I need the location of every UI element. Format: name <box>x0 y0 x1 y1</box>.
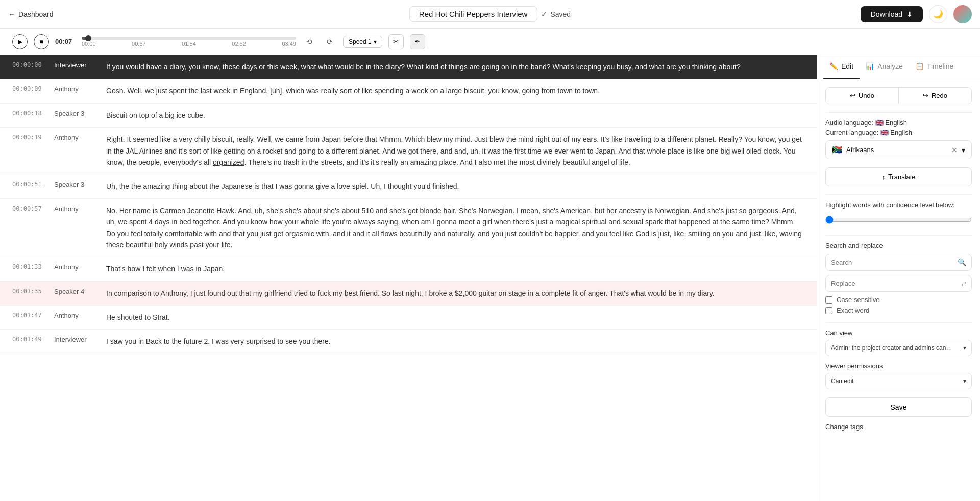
topbar-center: Red Hot Chili Peppers Interview ✓ Saved <box>409 6 571 22</box>
download-button[interactable]: Download ⬇ <box>861 6 923 22</box>
progress-bar[interactable] <box>82 37 296 40</box>
skip-forward-button[interactable]: ⟳ <box>323 35 337 49</box>
search-replace-title: Search and replace <box>825 242 972 249</box>
speaker-name: Interviewer <box>54 61 100 69</box>
audio-language-value: English <box>885 119 907 127</box>
case-sensitive-checkbox[interactable] <box>825 296 832 304</box>
can-view-select[interactable]: Admin: the project creator and admins ca… <box>825 340 972 356</box>
translate-button[interactable]: ↕ Translate <box>825 167 972 186</box>
redo-icon: ↪ <box>923 92 928 99</box>
language-selector[interactable]: 🇿🇦 Afrikaans ✕ ▾ <box>825 140 972 159</box>
skip-back-button[interactable]: ⟲ <box>302 35 316 49</box>
case-sensitive-row: Case sensitive <box>825 296 972 304</box>
undo-button[interactable]: ↩ Undo <box>826 88 899 104</box>
undo-label: Undo <box>859 92 874 99</box>
table-row[interactable]: 00:01:49 Interviewer I saw you in Back t… <box>0 330 817 354</box>
highlight-tool-button[interactable]: ✒ <box>410 34 425 49</box>
topbar-right: Download ⬇ 🌙 <box>861 5 972 23</box>
current-time: 00:07 <box>55 38 76 45</box>
search-icon-button[interactable]: 🔍 <box>958 258 966 266</box>
time-4: 03:49 <box>282 41 296 47</box>
timestamp: 00:01:47 <box>12 312 48 319</box>
undo-icon: ↩ <box>850 92 855 99</box>
timestamp: 00:00:09 <box>12 85 48 92</box>
table-row[interactable]: 00:00:57 Anthony No. Her name is Carmen … <box>0 199 817 258</box>
saved-label: Saved <box>550 10 571 18</box>
undo-redo-bar: ↩ Undo ↪ Redo <box>825 87 972 104</box>
edit-icon: ✏️ <box>829 62 838 70</box>
play-button[interactable]: ▶ <box>12 34 28 49</box>
time-1: 00:57 <box>132 41 146 47</box>
transcript-text: Uh, the the amazing thing about the Japa… <box>106 181 804 192</box>
audio-language-flag: 🇬🇧 <box>875 119 886 127</box>
transcript-area: 00:00:00 Interviewer If you would have a… <box>0 55 817 501</box>
save-button[interactable]: Save <box>825 397 972 417</box>
table-row[interactable]: 00:00:09 Anthony Gosh. Well, we just spe… <box>0 79 817 103</box>
timestamp: 00:01:33 <box>12 263 48 270</box>
exact-word-checkbox[interactable] <box>825 307 832 314</box>
timestamp: 00:01:49 <box>12 336 48 343</box>
speed-button[interactable]: Speed 1 ▾ <box>343 36 382 48</box>
lang-clear-icon[interactable]: ✕ <box>951 146 958 154</box>
dashboard-link[interactable]: Dashboard <box>18 10 54 18</box>
transcript-text: I saw you in Back to the future 2. I was… <box>106 336 804 347</box>
can-view-chevron-icon: ▾ <box>963 344 966 352</box>
tab-edit[interactable]: ✏️ Edit <box>823 55 860 79</box>
transcript-text: That's how I felt when I was in Japan. <box>106 263 804 274</box>
tab-timeline[interactable]: 📋 Timeline <box>909 55 960 79</box>
transcript-text: He shouted to Strat. <box>106 312 804 323</box>
transcript-text: Right. It seemed like a very chilly bisc… <box>106 134 804 168</box>
table-row[interactable]: 00:00:18 Speaker 3 Biscuit on top of a b… <box>0 104 817 128</box>
back-arrow-icon: ← <box>8 10 15 18</box>
viewer-permissions-section: Viewer permissions Can edit ▾ <box>825 362 972 389</box>
audio-language-label: Audio language: <box>825 119 873 127</box>
audio-language-info: Audio language: 🇬🇧 English <box>825 119 972 127</box>
lang-chevron-icon: ▾ <box>962 146 965 154</box>
viewer-permissions-select[interactable]: Can edit ▾ <box>825 373 972 389</box>
progress-container[interactable]: 00:00 00:57 01:54 02:52 03:49 <box>82 37 296 47</box>
right-sidebar: ✏️ Edit 📊 Analyze 📋 Timeline ↩ Undo <box>817 55 980 501</box>
exact-word-row: Exact word <box>825 307 972 314</box>
timeline-icon: 📋 <box>915 62 924 70</box>
back-button[interactable]: ← Dashboard <box>8 10 54 18</box>
document-title[interactable]: Red Hot Chili Peppers Interview <box>409 6 537 22</box>
viewer-permissions-value: Can edit <box>831 378 854 385</box>
time-labels: 00:00 00:57 01:54 02:52 03:49 <box>82 41 296 47</box>
redo-button[interactable]: ↪ Redo <box>899 88 971 104</box>
selected-flag: 🇿🇦 <box>832 145 842 155</box>
avatar[interactable] <box>953 5 972 23</box>
stop-button[interactable]: ■ <box>34 34 49 49</box>
lang-right: ✕ ▾ <box>951 146 965 154</box>
dark-mode-toggle[interactable]: 🌙 <box>929 5 947 23</box>
cut-tool-button[interactable]: ✂ <box>388 34 404 49</box>
tab-analyze[interactable]: 📊 Analyze <box>860 55 909 79</box>
transcript-text: Gosh. Well, we just spent the last week … <box>106 85 804 96</box>
table-row[interactable]: 00:01:35 Speaker 4 In comparison to Anth… <box>0 282 817 306</box>
speaker-name: Speaker 4 <box>54 288 100 295</box>
table-row[interactable]: 00:00:51 Speaker 3 Uh, the the amazing t… <box>0 174 817 198</box>
table-row[interactable]: 00:00:00 Interviewer If you would have a… <box>0 55 817 79</box>
replace-input[interactable] <box>831 280 961 287</box>
speed-chevron-icon: ▾ <box>374 38 377 45</box>
player-bar: ▶ ■ 00:07 00:00 00:57 01:54 02:52 03:49 … <box>0 29 980 55</box>
timestamp: 00:00:51 <box>12 181 48 188</box>
saved-badge: ✓ Saved <box>541 10 571 18</box>
search-input[interactable] <box>831 259 958 266</box>
transcript-text: If you would have a diary, you know, the… <box>106 61 804 72</box>
divider <box>825 112 972 113</box>
speaker-name: Anthony <box>54 205 100 213</box>
check-icon: ✓ <box>541 10 547 18</box>
table-row[interactable]: 00:00:19 Anthony Right. It seemed like a… <box>0 128 817 174</box>
timestamp: 00:00:18 <box>12 110 48 117</box>
tab-analyze-label: Analyze <box>877 62 903 70</box>
translate-icon: ↕ <box>881 173 885 181</box>
can-view-section: Can view Admin: the project creator and … <box>825 329 972 356</box>
confidence-slider[interactable] <box>825 216 972 224</box>
speaker-name: Anthony <box>54 85 100 93</box>
underlined-word: organized <box>213 158 244 166</box>
table-row[interactable]: 00:01:47 Anthony He shouted to Strat. <box>0 306 817 330</box>
timestamp: 00:00:19 <box>12 134 48 141</box>
lang-left: 🇿🇦 Afrikaans <box>832 145 874 155</box>
table-row[interactable]: 00:01:33 Anthony That's how I felt when … <box>0 257 817 281</box>
replace-icon-button[interactable]: ⇄ <box>961 280 966 287</box>
